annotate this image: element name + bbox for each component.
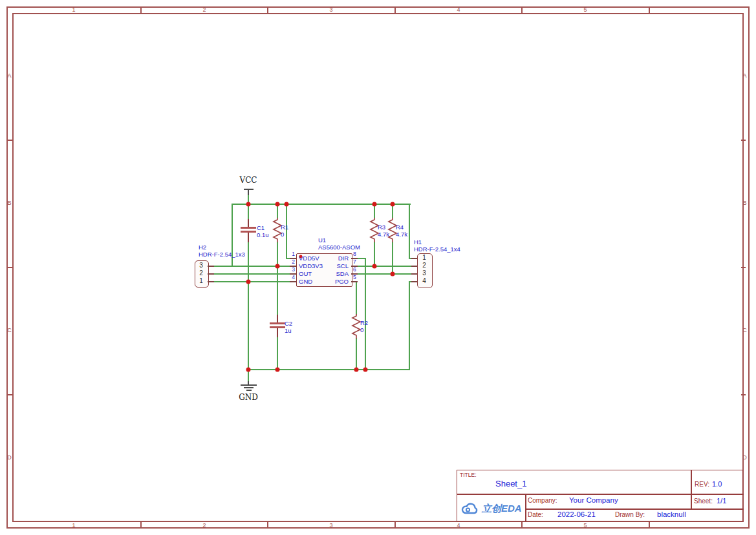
r2-ref[interactable]: R2 (360, 320, 368, 326)
wire[interactable] (232, 204, 411, 205)
u1-pin-number: 6 (353, 267, 366, 273)
sheet-title[interactable]: Sheet_1 (495, 479, 526, 488)
frame-column-label: 3 (325, 523, 338, 529)
frame-column-label: 2 (198, 523, 211, 529)
h1-pin[interactable] (411, 273, 417, 275)
u1-pin[interactable] (351, 281, 358, 282)
c1-ref[interactable]: C1 (257, 225, 265, 231)
wire[interactable] (248, 369, 410, 370)
drawn-by-label: Drawn By: (615, 511, 645, 518)
junction-dot (275, 368, 280, 372)
c1-value[interactable]: 0.1u (257, 232, 269, 238)
rev-value[interactable]: 1.0 (712, 480, 722, 488)
company-label: Company: (528, 497, 557, 504)
r3-ref[interactable]: R3 (378, 224, 385, 231)
frame-tick (267, 522, 268, 527)
junction-dot (246, 368, 251, 372)
r4-value[interactable]: 4.7k (396, 231, 407, 238)
gnd-symbol[interactable] (246, 390, 252, 391)
h2-pin[interactable] (208, 266, 214, 267)
h1-pin[interactable] (411, 266, 417, 267)
sheet-value[interactable]: 1/1 (717, 497, 726, 505)
frame-inner-border (12, 13, 744, 522)
r1-value[interactable]: 0 (281, 231, 284, 238)
h2-pin[interactable] (208, 281, 214, 282)
h1-ref[interactable]: H1 (414, 239, 422, 246)
c2-ref[interactable]: C2 (285, 320, 292, 327)
h2-value[interactable]: HDR-F-2.54_1x3 (199, 251, 245, 258)
frame-tick (741, 140, 746, 141)
u1-pin-name: PGO (316, 278, 349, 285)
r1-ref[interactable]: R1 (281, 224, 288, 231)
wire[interactable] (213, 273, 291, 275)
c2-value[interactable]: 1u (285, 328, 292, 334)
h1-pin[interactable] (411, 258, 417, 259)
frame-tick (521, 522, 523, 527)
junction-dot (275, 264, 280, 269)
h1-pin[interactable] (411, 281, 417, 282)
frame-tick (8, 267, 12, 268)
rev-label: REV: (695, 481, 709, 488)
junction-dot (285, 202, 289, 207)
h1-pin-number: 1 (417, 255, 431, 261)
u1-ref[interactable]: U1 (318, 237, 326, 244)
h2-pin[interactable] (208, 273, 214, 275)
company-value[interactable]: Your Company (569, 496, 618, 504)
capacitor-c2[interactable] (270, 322, 285, 324)
h1-value[interactable]: HDR-F-2.54_1x4 (414, 246, 460, 253)
capacitor-c2[interactable] (277, 328, 278, 337)
wire[interactable] (356, 282, 357, 315)
frame-tick (8, 140, 12, 141)
wire[interactable] (277, 205, 278, 218)
h2-ref[interactable]: H2 (199, 244, 206, 251)
frame-column-label: 5 (579, 523, 592, 529)
wire[interactable] (248, 242, 249, 370)
frame-row-label: A (742, 73, 748, 79)
title-block-divider (525, 494, 526, 522)
u1-pin-name: DIR (316, 255, 349, 262)
wire[interactable] (409, 281, 410, 370)
junction-dot (246, 202, 251, 207)
frame-tick (267, 8, 268, 13)
schematic-sheet: 1 2 3 4 5 1 2 3 4 5 A B C D A B C D TITL… (0, 0, 756, 535)
u1-pin-name: SCL (316, 263, 349, 269)
wire[interactable] (392, 242, 393, 275)
wire[interactable] (213, 281, 291, 282)
u1-value[interactable]: AS5600-ASOM (318, 244, 360, 251)
gnd-symbol[interactable] (244, 387, 254, 388)
frame-tick (8, 394, 12, 395)
junction-dot (354, 368, 359, 372)
frame-column-label: 2 (198, 7, 211, 13)
h2-pin-number: 1 (195, 278, 208, 284)
u1-pin[interactable] (290, 281, 296, 282)
wire[interactable] (392, 205, 393, 218)
drawn-by-value[interactable]: blacknull (657, 510, 686, 518)
r4-ref[interactable]: R4 (396, 224, 404, 231)
u1-pin-number: 5 (353, 275, 366, 280)
sheet-label: Sheet: (694, 498, 713, 505)
vcc-net-label[interactable]: VCC (235, 176, 261, 184)
gnd-symbol[interactable] (241, 384, 257, 386)
capacitor-c1[interactable] (248, 233, 249, 242)
wire[interactable] (248, 370, 249, 381)
r2-value[interactable]: 0 (360, 327, 363, 333)
capacitor-c1[interactable] (241, 227, 256, 229)
wire[interactable] (374, 205, 375, 218)
frame-tick (649, 8, 650, 13)
title-block-divider (525, 509, 744, 510)
gnd-net-label[interactable]: GND (235, 393, 261, 401)
wire[interactable] (356, 338, 357, 370)
junction-dot (391, 272, 395, 277)
frame-tick (741, 267, 746, 268)
wire[interactable] (277, 337, 278, 370)
wire[interactable] (409, 204, 410, 259)
frame-column-label: 4 (452, 7, 465, 13)
frame-tick (521, 8, 523, 13)
u1-pin-number: 7 (353, 259, 366, 265)
frame-tick (394, 8, 396, 13)
junction-dot (373, 202, 377, 207)
wire[interactable] (248, 205, 249, 220)
date-value[interactable]: 2022-06-21 (557, 510, 596, 518)
wire[interactable] (374, 242, 375, 267)
wire[interactable] (277, 242, 278, 315)
